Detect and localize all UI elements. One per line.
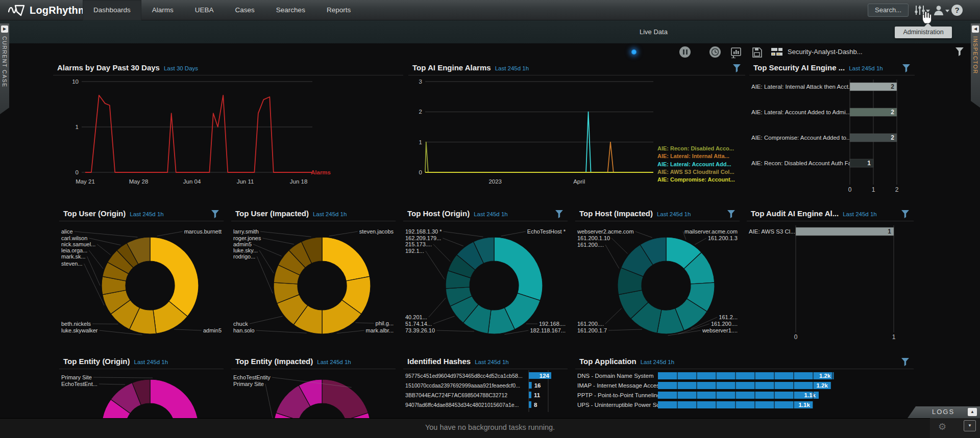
expand-inspector-icon[interactable]: ◀: [972, 25, 979, 33]
bar[interactable]: [850, 134, 897, 142]
time-range-clock-icon[interactable]: [709, 46, 721, 58]
widget-time-range[interactable]: Last 245d 1h: [843, 211, 877, 217]
bar[interactable]: [658, 392, 819, 399]
logs-expand-icon[interactable]: ▲: [968, 408, 977, 416]
help-icon[interactable]: ?: [951, 5, 963, 16]
donut-label: chuck: [233, 321, 248, 327]
widget-title: Top User (Origin): [63, 209, 126, 218]
widget-top-application: Top ApplicationLast 245d 1hDNS - Domain …: [575, 356, 914, 418]
collapse-panel-icon[interactable]: ▼: [964, 420, 976, 431]
widget-time-range[interactable]: Last 245d 1h: [641, 359, 675, 365]
donut-slice[interactable]: [494, 237, 543, 300]
legend-item[interactable]: Alarms: [311, 169, 331, 175]
administration-tooltip: Administration: [895, 27, 952, 38]
chart-canvas-top-entity-origin[interactable]: Primary SiteEchoTestEnt...: [59, 369, 224, 418]
chart-canvas-alarms-by-day[interactable]: 1010May 21May 28Jun 04Jun 11Jun 18Alarms: [53, 75, 403, 196]
tab-dashboards[interactable]: Dashboards: [83, 0, 141, 20]
filter-icon[interactable]: [727, 210, 736, 218]
filter-icon[interactable]: [733, 64, 741, 72]
widget-title: Top Security AI Engine ...: [753, 63, 845, 72]
user-caret-icon[interactable]: [945, 10, 949, 12]
widget-time-range[interactable]: Last 245d 1h: [495, 65, 529, 71]
legend-item[interactable]: AIE: Recon: Disabled Acco...: [657, 145, 734, 151]
inspector-label: INSPECTOR: [972, 36, 978, 74]
widget-time-range[interactable]: Last 245d 1h: [317, 359, 351, 365]
filter-icon[interactable]: [901, 210, 910, 218]
bar[interactable]: [658, 382, 831, 389]
svg-text:2: 2: [891, 109, 894, 116]
legend-item[interactable]: AIE: Lateral: Account Add...: [657, 161, 731, 167]
main-nav-tabs: DashboardsAlarmsUEBACasesSearchesReports: [83, 0, 361, 20]
status-bar: You have no background tasks running.: [0, 418, 980, 438]
expand-case-icon[interactable]: ▶: [1, 25, 8, 33]
widget-header: Top AI Engine AlarmsLast 245d 1h: [408, 62, 745, 75]
filter-icon[interactable]: [211, 210, 219, 218]
inspector-tab[interactable]: ◀ INSPECTOR: [971, 23, 980, 108]
widget-time-range[interactable]: Last 245d 1h: [130, 211, 164, 217]
widget-time-range[interactable]: Last 245d 1h: [313, 211, 347, 217]
tab-cases[interactable]: Cases: [225, 0, 265, 20]
widget-time-range[interactable]: Last 30 Days: [164, 65, 198, 71]
bar[interactable]: [529, 392, 531, 398]
series-0[interactable]: [425, 142, 653, 172]
series-1[interactable]: [425, 142, 653, 172]
donut-label: steven...: [61, 261, 83, 267]
donut-slice[interactable]: [322, 237, 370, 281]
donut-slice[interactable]: [322, 379, 368, 418]
chart-canvas-top-security-ai-engine[interactable]: 012AIE: Lateral: Internal Attack then Ac…: [749, 75, 915, 196]
svg-text:Jun 18: Jun 18: [290, 178, 308, 185]
legend-item[interactable]: AIE: AWS S3 Cloudtrail Col...: [657, 169, 734, 175]
bar[interactable]: [529, 382, 532, 389]
dashboard-layout-icon[interactable]: [771, 47, 785, 57]
widget-time-range[interactable]: Last 245d 1h: [657, 211, 691, 217]
gear-icon[interactable]: ⚙: [938, 421, 946, 432]
series-0[interactable]: [85, 95, 312, 172]
donut-label: mark.albr...: [366, 327, 394, 333]
donut-slice[interactable]: [150, 237, 199, 317]
widget-time-range[interactable]: Last 245d 1h: [474, 211, 508, 217]
logs-tab[interactable]: LOGS ▲: [908, 406, 980, 418]
current-case-tab[interactable]: ▶ CURRENT CASE: [0, 23, 9, 114]
legend-item[interactable]: AIE: Compromise: Account...: [657, 176, 735, 183]
donut-label: marcus.burnett: [184, 228, 222, 235]
tab-alarms[interactable]: Alarms: [141, 0, 184, 20]
settings-caret-icon[interactable]: [926, 10, 930, 12]
filter-icon[interactable]: [902, 64, 911, 72]
chart-canvas-top-user-impacted[interactable]: steven.jacobsphil.g...mark.albr...han.so…: [231, 221, 396, 342]
filter-icon[interactable]: [555, 210, 564, 218]
chart-canvas-top-entity-impacted[interactable]: EchoTestEntityPrimary Site: [231, 369, 396, 418]
widget-time-range[interactable]: Last 245d 1h: [849, 65, 883, 71]
add-widget-icon[interactable]: [730, 47, 742, 58]
widget-time-range[interactable]: Last 245d 1h: [475, 359, 509, 365]
chart-canvas-top-host-impacted[interactable]: mailserver.acme.com161.200.1.3161.2...16…: [575, 221, 740, 342]
donut-label: EchoTestHost *: [527, 228, 566, 235]
legend-item[interactable]: AIE: Lateral: Internal Atta...: [657, 153, 729, 159]
tab-reports[interactable]: Reports: [316, 0, 361, 20]
widget-time-range[interactable]: Last 245d 1h: [134, 359, 168, 365]
chart-canvas-top-ai-engine-alarms[interactable]: 32102023AprilAIE: Recon: Disabled Acco..…: [408, 75, 745, 196]
widget-title: Top AI Engine Alarms: [412, 63, 491, 72]
bar[interactable]: [529, 401, 531, 408]
user-profile-icon[interactable]: [933, 5, 945, 16]
settings-sliders-icon[interactable]: [914, 5, 926, 16]
dashboard-name[interactable]: Security-Analyst-Dashb...: [788, 48, 863, 56]
widget-title: Top Entity (Impacted): [235, 357, 313, 366]
chart-canvas-top-application[interactable]: DNS - Domain Name System1.2kIMAP - Inter…: [575, 369, 914, 418]
search-button[interactable]: Search...: [868, 4, 909, 17]
chart-canvas-top-audit-ai-engine[interactable]: 01AIE: AWS S3 Cl...1: [747, 221, 914, 342]
widget-title: Top Audit AI Engine Al...: [751, 209, 839, 218]
pause-icon[interactable]: [679, 46, 691, 58]
tab-ueba[interactable]: UEBA: [184, 0, 225, 20]
bar[interactable]: [850, 108, 897, 116]
dashboard-filter-icon[interactable]: [955, 47, 964, 56]
chart-canvas-top-user-origin[interactable]: marcus.burnettadmin5luke.skywalkerbeth.n…: [59, 221, 224, 342]
filter-icon[interactable]: [901, 358, 910, 366]
svg-text:11: 11: [534, 392, 541, 398]
chart-canvas-identified-hashes[interactable]: 95775c451ed9604d9753465d8cc4d52ca1cb58..…: [403, 369, 568, 418]
tab-searches[interactable]: Searches: [265, 0, 316, 20]
bar[interactable]: [796, 227, 894, 236]
bar[interactable]: [850, 83, 897, 91]
chart-canvas-top-host-origin[interactable]: EchoTestHost *192.168....182.118.167...7…: [403, 221, 568, 342]
bar[interactable]: [658, 372, 834, 379]
save-dashboard-icon[interactable]: [751, 47, 763, 58]
